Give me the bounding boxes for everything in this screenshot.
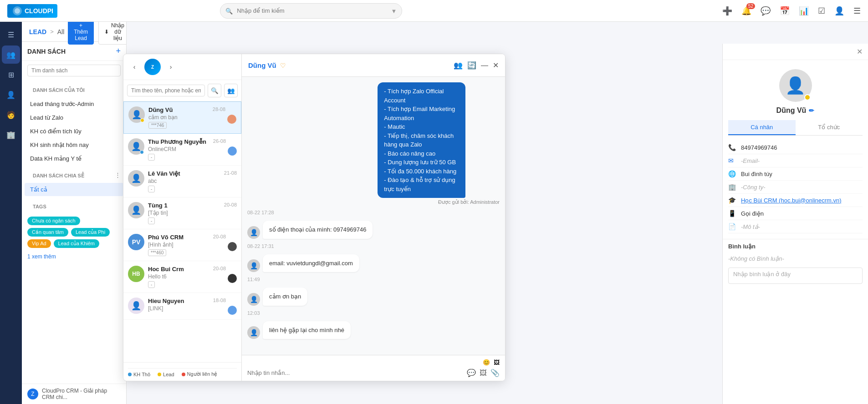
contact-time-hoc-bui: 20-08 [210, 266, 226, 271]
list-item-lead-zalo[interactable]: Lead từ Zalo [25, 111, 123, 124]
customer-avatar-area: 👤 Dũng Vũ ✏ [723, 60, 868, 120]
panel-title: DANH SÁCH [27, 48, 66, 55]
right-panel-close[interactable]: ✕ [857, 47, 863, 56]
message-time-3: 11:49 [247, 277, 500, 282]
emoji-icon[interactable]: 😊 [483, 359, 490, 366]
tag-no-budget[interactable]: Chưa có ngân sách [27, 217, 80, 225]
legend-nguoi-lien-he: Người liên hệ [182, 371, 218, 377]
nav-right-icons: ➕ 🔔 52 💬 📅 📊 ☑ 👤 ☰ [722, 6, 861, 16]
bell-icon[interactable]: 🔔 52 [741, 6, 751, 16]
chat-header-actions: 👥 🔄 — ✕ [454, 61, 499, 70]
chat-contact-thu-phuong[interactable]: 👤 Thu Phương Nguyễn OnlineCRM - 26-08 [123, 134, 241, 166]
chat-search-button[interactable]: 🔍 [208, 84, 221, 97]
chat-next-button[interactable]: › [164, 61, 177, 73]
sidebar-item-contacts[interactable]: 👤 [2, 86, 20, 104]
list-item-lead-truoc[interactable]: Lead tháng trước-Admin [25, 97, 123, 111]
list-item-kh-birthday[interactable]: KH sinh nhật hôm nay [25, 138, 123, 152]
sidebar-item-home[interactable]: ☰ [2, 25, 20, 44]
tag-lead-phi[interactable]: Lead của Phi [71, 228, 110, 237]
avatar-hieu-nguyen: 👤 [128, 298, 144, 314]
email-value: -Email- [741, 157, 760, 164]
comment-input[interactable]: Nhập bình luận ở đây [728, 268, 863, 284]
contact-name-hoc-bui: Hoc Bui Crm [148, 266, 210, 273]
calendar-icon[interactable]: 📅 [780, 6, 790, 16]
sidebar-item-person[interactable]: 🧑 [2, 106, 20, 124]
tag-vip-ad[interactable]: Vip Ad [27, 239, 51, 248]
contact-preview-dung-vu: cảm ơn bạn [148, 114, 210, 121]
chat-icon[interactable]: 💬 [761, 6, 771, 16]
bottom-text: CloudPro CRM - Giải pháp CRM chi... [42, 388, 121, 400]
chat-list-header: ‹ Z › [123, 54, 241, 80]
chat-contact-tung[interactable]: 👤 Tùng 1 [Tập tin] - 20-08 [123, 197, 241, 229]
chat-footer-icons: 💬 🖼 📎 [467, 369, 500, 377]
chat-contact-hoc-bui[interactable]: HB Hoc Bui Crm Hello t6 - 20-08 [123, 261, 241, 293]
add-icon[interactable]: ➕ [722, 6, 732, 16]
tab-ca-nhan[interactable]: Cá nhân [728, 120, 796, 135]
sidebar-item-org[interactable]: 🏢 [2, 126, 20, 144]
referral-value[interactable]: Học Bùi CRM (hoc.bui@onlinecrm.vn) [741, 197, 842, 204]
import-data-button[interactable]: ⬇ Nhập dữ liệu [98, 22, 127, 45]
shared-item-all[interactable]: Tất cả [25, 183, 123, 196]
chat-contact-dung-vu[interactable]: 👤 Dũng Vũ cảm ơn bạn ***746 28-08 [123, 101, 241, 134]
paperclip-icon[interactable]: 📎 [490, 369, 500, 377]
contact-preview-thu-phuong: OnlineCRM [148, 146, 210, 152]
add-list-button[interactable]: + [116, 46, 121, 56]
chat-add-contact-button[interactable]: 👥 [224, 84, 238, 97]
chat-input-row: 💬 🖼 📎 [247, 369, 500, 377]
svg-point-1 [15, 8, 20, 14]
chat-prev-button[interactable]: ‹ [128, 61, 141, 73]
edit-name-icon[interactable]: ✏ [809, 107, 814, 114]
see-more-link[interactable]: 1 xem thêm [22, 252, 126, 262]
chat-contact-hieu-nguyen[interactable]: 👤 Hieu Nguyen [LINK] 18-08 [123, 293, 241, 320]
info-description: 📄 -Mô tả- [728, 220, 863, 233]
list-item-data-y-te[interactable]: Data KH mảng Y tế [25, 152, 123, 165]
tag-need-care[interactable]: Cần quan tâm [27, 228, 68, 237]
checkbox-icon[interactable]: ☑ [818, 6, 825, 16]
contact-tag-dung-vu: ***746 [148, 122, 167, 129]
attach-image-icon[interactable]: 🖼 [480, 369, 487, 377]
notification-badge: 52 [746, 3, 755, 9]
customer-name-text: Dũng Vũ [776, 106, 807, 115]
message-thank-wrapper: 👤 cảm ơn bạn [247, 288, 500, 306]
menu-icon[interactable]: ☰ [853, 6, 861, 16]
chat-contact-le-van-viet[interactable]: 👤 Lê Văn Việt abc - 21-08 [123, 166, 241, 197]
contact-info-phu-vo: Phú Võ CRM [Hình ảnh] ***460 [144, 234, 210, 256]
shared-list-options[interactable]: ⋮ [115, 172, 121, 178]
chat-search-input[interactable] [127, 85, 205, 96]
contact-time-le-van-viet: 21-08 [221, 170, 237, 176]
search-icon: 🔍 [225, 7, 233, 14]
chart-icon[interactable]: 📊 [799, 6, 809, 16]
list-search-input[interactable] [27, 65, 121, 76]
message-admin: - Tích hợp Zalo Official Account - Tích … [378, 82, 500, 205]
chat-contact-phu-vo[interactable]: PV Phú Võ CRM [Hình ảnh] ***460 20-08 [123, 229, 241, 261]
tag-lead-khiem[interactable]: Lead của Khiêm [54, 239, 99, 248]
heart-icon: ♡ [280, 62, 286, 69]
group-icon-button[interactable]: 👥 [454, 61, 463, 70]
message-time-4: 12:03 [247, 310, 500, 316]
comment-section-title: Bình luận [723, 239, 868, 253]
tab-to-chuc[interactable]: Tổ chức [796, 120, 863, 135]
icon-sidebar: ☰ 👥 ⊞ 👤 🧑 🏢 [0, 22, 22, 404]
add-lead-button[interactable]: + Thêm Lead [68, 22, 94, 45]
global-search[interactable]: 🔍 ▼ [220, 3, 402, 19]
sidebar-item-leads[interactable]: 👥 [2, 45, 20, 64]
avatar-thu-phuong: 👤 [128, 138, 144, 155]
list-search[interactable] [22, 61, 126, 80]
chat-bubble-icon[interactable]: 💬 [467, 369, 476, 377]
bottom-bar: Z CloudPro CRM - Giải pháp CRM chi... [22, 384, 126, 404]
minimize-button[interactable]: — [481, 61, 488, 70]
avatar-dung-vu: 👤 [128, 106, 145, 123]
avatar-msg-3: 👤 [247, 293, 260, 306]
user-icon[interactable]: 👤 [834, 6, 844, 16]
phone-value: 84974969746 [741, 144, 777, 151]
refresh-icon-button[interactable]: 🔄 [467, 61, 476, 70]
list-item-kh-diem[interactable]: KH có điểm tích lũy [25, 125, 123, 138]
image-icon[interactable]: 🖼 [494, 359, 500, 366]
legend-dot-nguoi-lien-he [182, 373, 185, 376]
contact-preview-le-van-viet: abc [148, 178, 221, 184]
logo-image: CLOUDPRO [7, 4, 57, 18]
close-button[interactable]: ✕ [493, 61, 499, 70]
chat-message-input[interactable] [247, 369, 463, 376]
sidebar-item-dashboard[interactable]: ⊞ [2, 66, 20, 84]
search-input[interactable] [220, 3, 402, 19]
